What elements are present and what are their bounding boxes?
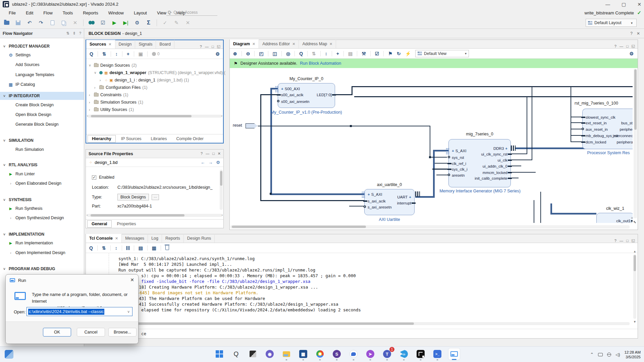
type-value[interactable]: Block Designs [117, 194, 149, 200]
port-interconnect-aresetn[interactable]: interconnect_ [613, 133, 633, 139]
help-icon[interactable]: ? [630, 31, 633, 36]
tab-hierarchy[interactable]: Hierarchy [88, 135, 116, 142]
diagram-horizontal-scrollbar[interactable] [230, 225, 630, 229]
close-icon[interactable]: ✕ [108, 42, 111, 47]
validate-icon[interactable]: ☑ [100, 19, 106, 26]
epic-games-icon[interactable]: ➤ [364, 348, 376, 360]
sum-icon[interactable]: Σ [145, 19, 152, 26]
zoom-fit-icon[interactable]: ◰ [259, 51, 263, 56]
copy-icon[interactable] [60, 19, 67, 26]
port-bus-struct-reset[interactable]: bus_stru [621, 120, 633, 126]
run-icon[interactable]: ▶ [111, 19, 118, 26]
customize-icon[interactable]: ⚒ [362, 51, 366, 56]
vertical-scrollbar[interactable] [220, 170, 223, 210]
ok-button[interactable]: OK [43, 328, 71, 337]
maximize-icon[interactable]: ▢ [622, 2, 626, 7]
port-ui-clk-sync-rst[interactable]: ui_clk_sync_rst [481, 151, 507, 157]
open-combobox[interactable]: c:\xilinx\vitis\2024.2\bin\vitis.bat --c… [26, 307, 132, 316]
taskbar-clock[interactable]: 12:28 AM 3/5/2025 [624, 350, 641, 359]
float-icon[interactable]: ◱ [632, 238, 635, 243]
nav-run-linter[interactable]: ▶Run Linter [0, 170, 84, 178]
port-s-axi-aresetn[interactable]: s_axi_aresetn [368, 204, 392, 210]
tab-address-editor[interactable]: Address Editor✕ [259, 40, 299, 48]
port-uart[interactable]: UART+ [397, 194, 411, 200]
section-simulation[interactable]: ˅SIMULATION [0, 136, 84, 144]
console-horizontal-scrollbar[interactable] [89, 322, 630, 325]
nav-ip-catalog[interactable]: ▦IP Catalog [0, 80, 84, 88]
expand-all-icon[interactable]: ↕ [115, 51, 118, 57]
port-clk-ref-i[interactable]: clk_ref_i [452, 161, 466, 167]
close-icon[interactable]: ✕ [115, 236, 118, 241]
diagram-vertical-scrollbar[interactable] [634, 69, 637, 218]
port-clk-out1[interactable]: clk_out1 [616, 218, 631, 223]
collapse-all-icon[interactable]: ⇅ [312, 51, 316, 56]
horizontal-scrollbar[interactable]: ‹› [88, 115, 222, 118]
port-s-axi[interactable]: +S_AXI [368, 191, 382, 197]
close-icon[interactable]: ✕ [329, 42, 332, 46]
block-design-canvas[interactable]: reset My_Counter_IP_0 +S00_AXI s00_axi_a… [230, 68, 633, 223]
console-vertical-scrollbar[interactable]: ▲ ▼ [633, 254, 636, 319]
menu-tools[interactable]: Tools [58, 9, 77, 16]
minimize-icon[interactable]: — [206, 152, 209, 156]
save-icon[interactable] [15, 19, 21, 26]
float-icon[interactable]: ◱ [217, 44, 220, 49]
help-icon[interactable]: ? [79, 31, 81, 36]
tree-utility-sources[interactable]: ›Utility Sources (1) [89, 106, 134, 113]
section-ip-integrator[interactable]: ˅IP INTEGRATOR [0, 92, 84, 100]
help-icon[interactable]: ? [614, 239, 616, 243]
nav-create-block-design[interactable]: Create Block Design [0, 101, 84, 109]
block-rst-mig-7series[interactable]: slowest_sync_clk ext_reset_in aux_reset_… [582, 109, 633, 149]
meet-app-icon[interactable]: ◉ [264, 348, 276, 360]
nav-open-synthesized-design[interactable]: ›Open Synthesized Design [0, 214, 84, 222]
port-ui-addn-clk-0[interactable]: ui_addn_clk_0 [483, 163, 507, 169]
close-icon[interactable]: ✕ [637, 2, 641, 7]
section-program-and-debug[interactable]: ˅PROGRAM AND DEBUG [0, 265, 84, 273]
tab-diagram[interactable]: Diagram✕ [230, 40, 259, 48]
tree-design-1-wrapper[interactable]: ˅▦design_1_wrapper(STRUCTURE) (design_1_… [94, 69, 225, 76]
clear-console-icon[interactable] [165, 246, 169, 250]
settings-icon[interactable]: ⚙ [216, 160, 220, 165]
close-icon[interactable]: ✕ [218, 152, 221, 156]
back-icon[interactable]: ← [201, 160, 205, 165]
run-dialog-titlebar[interactable]: Run [6, 275, 138, 286]
add-sources-icon[interactable]: + [127, 51, 129, 57]
nav-language-templates[interactable]: Language Templates [0, 71, 84, 79]
maximize-icon[interactable]: □ [212, 152, 215, 156]
tab-address-map[interactable]: Address Map✕ [299, 40, 336, 48]
port-ext-reset-in[interactable]: ext_reset_in [586, 120, 607, 126]
help-icon[interactable]: ? [201, 152, 203, 156]
more-options-button[interactable]: ··· [152, 194, 159, 200]
steam-icon[interactable]: S [331, 348, 343, 360]
tree-constraints[interactable]: ›Constraints (1) [89, 91, 128, 99]
powershell-icon[interactable]: >_ [431, 348, 443, 360]
tcl-command-input[interactable]: ce [86, 329, 638, 338]
nav-run-implementation[interactable]: ▶Run Implementation [0, 239, 84, 247]
zoom-selection-icon[interactable]: ◫ [273, 51, 277, 56]
taskbar-search-icon[interactable]: Q [230, 348, 242, 360]
run-block-automation-link[interactable]: Run Block Automation [300, 61, 341, 66]
nav-add-sources[interactable]: Add Sources [0, 61, 84, 69]
pin-icon[interactable]: ⚑ [388, 51, 392, 56]
search-icon[interactable]: Q [299, 51, 303, 56]
nav-generate-block-design[interactable]: Generate Block Design [0, 120, 84, 128]
microsoft-store-icon[interactable]: ▦ [297, 348, 309, 360]
nav-run-simulation[interactable]: Run Simulation [0, 145, 84, 154]
file-explorer-icon[interactable] [280, 348, 292, 360]
layout-selector[interactable]: Default Layout ▾ [586, 19, 637, 27]
menu-layout[interactable]: Layout [129, 9, 152, 16]
word-wrap-icon[interactable]: ▥ [152, 245, 156, 251]
tab-libraries[interactable]: Libraries [147, 135, 171, 142]
enabled-checkbox[interactable]: ✓ Enabled [92, 175, 114, 180]
view-selector[interactable]: Default View ▾ [415, 50, 469, 57]
block-clk-wiz-1[interactable]: clk_out1 [596, 213, 633, 223]
settings-icon[interactable]: ⚙ [629, 51, 634, 56]
run-dialog-taskbar-icon[interactable] [448, 348, 460, 360]
tab-signals[interactable]: Signals [135, 40, 156, 49]
collapse-all-icon[interactable]: ⇅ [102, 51, 106, 57]
horizontal-scrollbar[interactable]: ‹› [87, 214, 222, 217]
help-icon[interactable]: ? [200, 45, 202, 49]
section-implementation[interactable]: ˅IMPLEMENTATION [0, 230, 84, 238]
help-icon[interactable]: ? [614, 44, 616, 48]
maximize-icon[interactable]: □ [626, 44, 629, 48]
port-init-calib-complete[interactable]: init_calib_complete [475, 175, 507, 181]
